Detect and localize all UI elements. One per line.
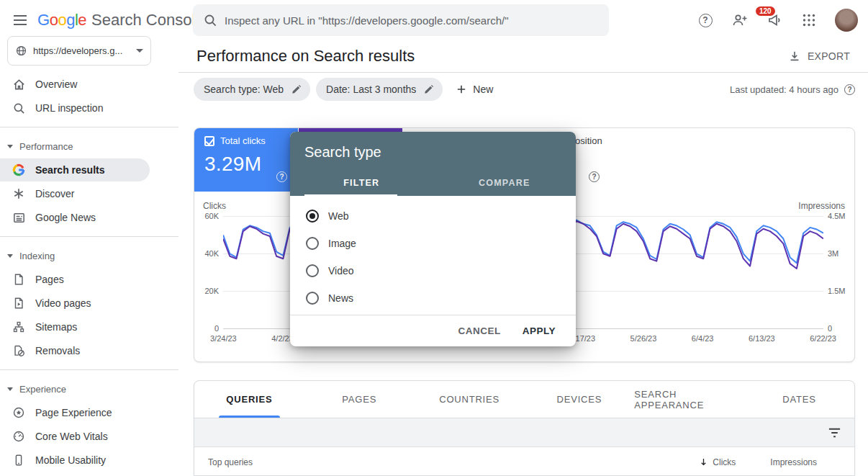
left-axis-ticks: 60K40K20K0: [194, 209, 219, 328]
avatar[interactable]: [835, 9, 858, 32]
right-axis-ticks: 4.5M3M1.5M0: [828, 209, 860, 328]
download-icon: [788, 50, 801, 63]
property-url: https://developers.g...: [33, 45, 136, 56]
sidebar-divider: [0, 127, 178, 127]
news-icon: [12, 211, 26, 225]
export-button[interactable]: EXPORT: [788, 50, 850, 63]
search-type-option[interactable]: Image: [290, 230, 576, 257]
chevron-down-icon: [136, 49, 143, 53]
search-type-option[interactable]: News: [290, 284, 576, 312]
page-title: Performance on Search results: [196, 47, 415, 66]
sidebar-section-indexing[interactable]: Indexing: [0, 244, 178, 267]
sidebar-item-url-inspection[interactable]: URL inspection: [0, 96, 178, 120]
edit-pencil-icon: [423, 84, 434, 95]
search-input[interactable]: [225, 14, 599, 27]
cancel-button[interactable]: CANCEL: [458, 325, 500, 336]
discover-icon: [12, 187, 26, 200]
radio-icon: [306, 210, 319, 223]
filter-icon[interactable]: [828, 427, 841, 439]
removals-icon: [12, 344, 26, 357]
dimension-tab[interactable]: SEARCH APPEARANCE: [634, 381, 744, 418]
sidebar-item-pages[interactable]: Pages: [0, 268, 178, 291]
column-impressions[interactable]: Impressions: [770, 457, 817, 467]
date-range-chip[interactable]: Date: Last 3 months: [316, 78, 443, 101]
add-user-icon[interactable]: [731, 12, 749, 29]
pages-icon: [12, 273, 26, 286]
dialog-title: Search type: [304, 144, 561, 161]
radio-icon: [306, 292, 319, 305]
apply-button[interactable]: APPLY: [523, 325, 556, 336]
menu-icon[interactable]: [6, 6, 35, 35]
help-icon[interactable]: ?: [276, 171, 287, 182]
video-pages-icon: [12, 297, 26, 310]
dimensions-table-card: QUERIESPAGESCOUNTRIESDEVICESSEARCH APPEA…: [194, 380, 855, 476]
announcements-icon[interactable]: 120: [766, 12, 783, 29]
sidebar-section-experience[interactable]: Experience: [0, 377, 178, 400]
product-name: Search Console: [91, 11, 204, 30]
app-logo[interactable]: Google Search Console: [37, 11, 204, 30]
edit-pencil-icon: [291, 84, 302, 95]
sidebar-section-performance[interactable]: Performance: [0, 135, 178, 158]
dimension-tab[interactable]: COUNTRIES: [415, 381, 525, 418]
search-type-option[interactable]: Web: [290, 202, 576, 230]
sidebar-item-removals[interactable]: Removals: [0, 339, 178, 362]
search-type-chip[interactable]: Search type: Web: [194, 78, 310, 101]
sidebar-divider: [0, 236, 178, 237]
radio-icon: [306, 264, 319, 277]
sidebar-item-sitemaps[interactable]: Sitemaps: [0, 315, 178, 338]
globe-icon: [15, 45, 27, 57]
dimension-tab[interactable]: DATES: [744, 381, 854, 418]
sidebar-item-discover[interactable]: Discover: [0, 182, 178, 205]
google-g-icon: [12, 163, 26, 176]
topbar-actions: ? 120: [697, 0, 858, 40]
sidebar-item-page-experience[interactable]: Page Experience: [0, 401, 178, 424]
dialog-footer: CANCEL APPLY: [290, 315, 576, 346]
dimension-tab[interactable]: PAGES: [304, 381, 415, 418]
plus-icon: [456, 84, 467, 95]
checkbox-checked-icon[interactable]: [204, 136, 214, 146]
table-toolbar: [194, 418, 854, 447]
sidebar-item-search-results[interactable]: Search results: [0, 158, 150, 181]
filter-bar: Search type: Web Date: Last 3 months New…: [194, 78, 855, 101]
help-icon[interactable]: ?: [844, 84, 855, 95]
help-icon[interactable]: ?: [697, 12, 714, 29]
dialog-body: Web Image Video News: [290, 196, 576, 312]
sidebar-item-core-web-vitals[interactable]: Core Web Vitals: [0, 425, 178, 448]
dimension-tabs: QUERIESPAGESCOUNTRIESDEVICESSEARCH APPEA…: [194, 381, 854, 418]
search-type-option[interactable]: Video: [290, 257, 576, 284]
dimension-tab[interactable]: QUERIES: [194, 381, 304, 418]
sort-descending-icon: [699, 457, 708, 467]
dialog-tabs: FILTERCOMPARE: [290, 170, 576, 196]
dimension-tab[interactable]: DEVICES: [524, 381, 634, 418]
collapse-caret-icon: [7, 254, 13, 258]
help-icon[interactable]: ?: [589, 171, 600, 182]
home-icon: [12, 78, 26, 91]
last-updated: Last updated: 4 hours ago ?: [730, 84, 855, 95]
core-web-vitals-icon: [12, 430, 26, 443]
notification-badge: 120: [756, 6, 775, 16]
page-experience-icon: [12, 406, 26, 419]
property-selector[interactable]: https://developers.g...: [7, 36, 151, 66]
column-top-queries: Top queries: [208, 457, 253, 467]
sidebar-item-video-pages[interactable]: Video pages: [0, 292, 178, 315]
total-clicks-card[interactable]: Total clicks 3.29M ?: [194, 128, 298, 192]
sidebar-item-mobile-usability[interactable]: Mobile Usability: [0, 449, 178, 472]
sidebar-item-overview[interactable]: Overview: [0, 73, 178, 96]
sitemaps-icon: [12, 320, 26, 333]
new-filter-button[interactable]: New: [448, 78, 500, 101]
sidebar: Overview URL inspection Performance Sear…: [0, 72, 178, 476]
table-header-row: Top queries Clicks Impressions: [194, 447, 854, 476]
radio-icon: [306, 237, 319, 250]
dialog-tab[interactable]: FILTER: [290, 170, 433, 196]
sidebar-item-google-news[interactable]: Google News: [0, 206, 178, 229]
dialog-tab[interactable]: COMPARE: [433, 170, 577, 196]
search-type-dialog: Search type FILTERCOMPARE Web Image Vide…: [290, 132, 576, 346]
sidebar-item-https[interactable]: HTTPS: [0, 472, 178, 476]
search-icon: [203, 13, 217, 27]
column-clicks[interactable]: Clicks: [699, 457, 736, 467]
collapse-caret-icon: [7, 387, 13, 391]
mobile-icon: [12, 454, 26, 467]
dialog-header: Search type FILTERCOMPARE: [290, 132, 576, 196]
apps-grid-icon[interactable]: [800, 12, 818, 29]
url-inspect-searchbox[interactable]: [193, 4, 609, 36]
